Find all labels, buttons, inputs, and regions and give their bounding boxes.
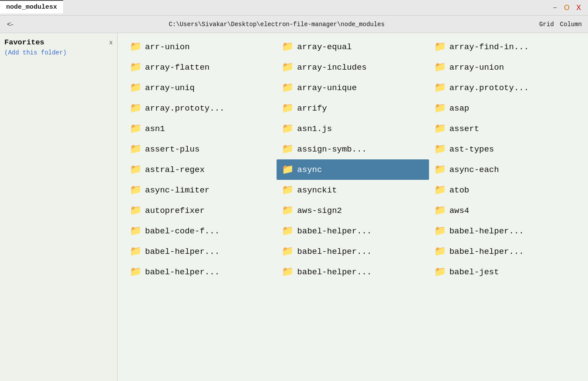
path-bar: C:\Users\Sivakar\Desktop\electron-file-m…	[20, 21, 533, 28]
file-name: array-union	[449, 63, 504, 72]
file-item[interactable]: 📁asn1	[125, 118, 277, 139]
window-controls: − O X	[551, 3, 588, 13]
file-item[interactable]: 📁assign-symb...	[277, 139, 429, 159]
file-name: arr-union	[145, 42, 190, 52]
restore-button[interactable]: O	[562, 3, 571, 13]
sidebar-close[interactable]: x	[109, 39, 113, 46]
file-item[interactable]: 📁autoprefixer	[125, 200, 277, 221]
folder-icon: 📁	[130, 225, 142, 237]
file-name: assert	[449, 124, 479, 134]
folder-icon: 📁	[434, 164, 446, 175]
file-area: 📁arr-union📁array-equal📁array-find-in...📁…	[118, 33, 588, 381]
folder-icon: 📁	[434, 41, 446, 53]
file-item[interactable]: 📁array-includes	[277, 57, 429, 78]
file-name: aws-sign2	[297, 206, 342, 216]
file-item[interactable]: 📁async-each	[429, 159, 581, 180]
file-item[interactable]: 📁babel-helper...	[277, 262, 429, 282]
folder-icon: 📁	[434, 184, 446, 196]
file-item[interactable]: 📁array-union	[429, 57, 581, 78]
file-item[interactable]: 📁atob	[429, 180, 581, 200]
sidebar-title: Favorites	[4, 38, 44, 47]
file-name: babel-helper...	[449, 226, 524, 236]
file-item[interactable]: 📁array-unique	[277, 78, 429, 98]
file-name: asap	[449, 104, 470, 113]
view-controls: Grid Column	[537, 20, 584, 29]
folder-icon: 📁	[130, 123, 142, 135]
file-item[interactable]: 📁babel-helper...	[125, 262, 277, 282]
close-button[interactable]: X	[574, 3, 583, 13]
file-name: assign-symb...	[297, 145, 367, 154]
file-name: assert-plus	[145, 145, 199, 154]
folder-icon: 📁	[434, 246, 446, 257]
file-item[interactable]: 📁arr-union	[125, 37, 277, 57]
file-item[interactable]: 📁babel-helper...	[277, 241, 429, 262]
folder-icon: 📁	[130, 246, 142, 257]
file-item[interactable]: 📁babel-code-f...	[125, 221, 277, 241]
folder-icon: 📁	[130, 205, 142, 216]
file-item[interactable]: 📁array-uniq	[125, 78, 277, 98]
sidebar-add-folder[interactable]: (Add this folder)	[4, 49, 113, 56]
file-name: asn1	[145, 124, 165, 134]
back-button[interactable]: <-	[4, 20, 16, 29]
column-view-button[interactable]: Column	[558, 20, 584, 29]
file-item[interactable]: 📁array-flatten	[125, 57, 277, 78]
file-item[interactable]: 📁aws4	[429, 200, 581, 221]
file-item[interactable]: 📁assert	[429, 118, 581, 139]
sidebar-header: Favorites x	[4, 38, 113, 47]
file-item[interactable]: 📁asn1.js	[277, 118, 429, 139]
folder-icon: 📁	[282, 143, 294, 155]
file-name: atob	[449, 185, 470, 195]
file-name: array-equal	[297, 42, 351, 52]
file-item[interactable]: 📁asap	[429, 98, 581, 118]
file-item[interactable]: 📁asynckit	[277, 180, 429, 200]
file-item[interactable]: 📁babel-helper...	[125, 241, 277, 262]
file-item[interactable]: 📁babel-helper...	[429, 221, 581, 241]
file-name: asn1.js	[297, 124, 332, 134]
folder-icon: 📁	[130, 61, 142, 73]
file-item[interactable]: 📁ast-types	[429, 139, 581, 159]
folder-icon: 📁	[282, 41, 294, 53]
folder-icon: 📁	[282, 123, 294, 135]
minimize-button[interactable]: −	[551, 3, 559, 13]
folder-icon: 📁	[434, 82, 446, 94]
file-name: babel-helper...	[297, 247, 372, 256]
file-name: ast-types	[449, 145, 494, 154]
folder-icon: 📁	[282, 246, 294, 257]
file-item[interactable]: 📁array.prototy...	[125, 98, 277, 118]
folder-icon: 📁	[282, 61, 294, 73]
tab-label-node_modules: node_modulesx	[6, 3, 57, 11]
file-name: array-flatten	[145, 63, 210, 72]
folder-icon: 📁	[130, 82, 142, 94]
folder-icon: 📁	[282, 205, 294, 216]
folder-icon: 📁	[282, 102, 294, 114]
folder-icon: 📁	[434, 123, 446, 135]
file-name: array-uniq	[145, 83, 195, 93]
file-item[interactable]: 📁arrify	[277, 98, 429, 118]
file-name: async	[297, 165, 322, 175]
file-item[interactable]: 📁babel-helper...	[429, 241, 581, 262]
file-name: autoprefixer	[145, 206, 205, 216]
file-item[interactable]: 📁babel-helper...	[277, 221, 429, 241]
file-item[interactable]: 📁array-equal	[277, 37, 429, 57]
folder-icon: 📁	[282, 184, 294, 196]
file-name: astral-regex	[145, 165, 205, 175]
file-name: babel-helper...	[297, 267, 372, 277]
file-name: babel-helper...	[145, 247, 220, 256]
folder-icon: 📁	[434, 143, 446, 155]
file-item[interactable]: 📁async-limiter	[125, 180, 277, 200]
file-item[interactable]: 📁astral-regex	[125, 159, 277, 180]
file-item[interactable]: 📁assert-plus	[125, 139, 277, 159]
folder-icon: 📁	[130, 184, 142, 196]
folder-icon: 📁	[130, 102, 142, 114]
file-name: array-find-in...	[449, 42, 529, 52]
folder-icon: 📁	[130, 266, 142, 278]
file-item[interactable]: 📁aws-sign2	[277, 200, 429, 221]
file-item[interactable]: 📁array.prototy...	[429, 78, 581, 98]
file-item[interactable]: 📁async	[277, 159, 429, 180]
tab-node_modules[interactable]: node_modulesx	[0, 0, 63, 13]
file-name: babel-helper...	[449, 247, 524, 256]
file-item[interactable]: 📁babel-jest	[429, 262, 581, 282]
file-item[interactable]: 📁array-find-in...	[429, 37, 581, 57]
grid-view-button[interactable]: Grid	[537, 20, 556, 29]
folder-icon: 📁	[282, 225, 294, 237]
